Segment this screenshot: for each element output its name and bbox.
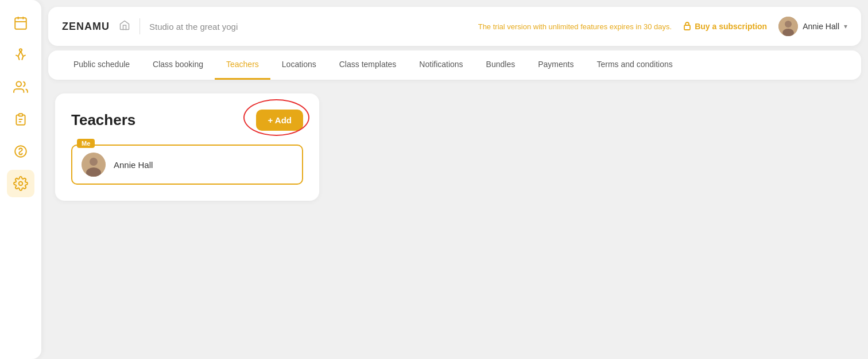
svg-point-16: [90, 158, 98, 166]
svg-rect-11: [684, 25, 690, 30]
teachers-title: Teachers: [71, 111, 135, 129]
user-profile[interactable]: Annie Hall ▾: [778, 17, 847, 36]
add-button-wrapper: + Add: [256, 110, 303, 131]
teacher-avatar: [82, 153, 106, 177]
chevron-down-icon: ▾: [844, 22, 847, 30]
svg-rect-6: [19, 114, 23, 116]
nav-tabs: Public schedule Class booking Teachers L…: [62, 50, 847, 80]
lock-icon: [683, 21, 691, 32]
svg-point-5: [16, 81, 21, 87]
sidebar: [0, 0, 41, 359]
tab-terms[interactable]: Terms and conditions: [585, 50, 684, 80]
sidebar-item-users[interactable]: [7, 73, 34, 101]
buy-subscription-link[interactable]: Buy a subscription: [683, 21, 767, 32]
teacher-name: Annie Hall: [114, 160, 153, 170]
studio-name: Studio at the great yogi: [149, 22, 238, 32]
svg-point-13: [785, 21, 792, 28]
sidebar-item-clipboard[interactable]: [7, 106, 34, 133]
teachers-card: Teachers + Add Me Annie Hall: [55, 93, 319, 201]
me-badge: Me: [77, 139, 95, 148]
topbar-divider: [140, 18, 140, 34]
home-icon[interactable]: [119, 19, 130, 34]
logo: ZENAMU: [62, 21, 110, 33]
svg-point-4: [20, 49, 22, 51]
nav-tabs-wrapper: Public schedule Class booking Teachers L…: [48, 50, 861, 80]
sidebar-item-settings[interactable]: [7, 170, 34, 197]
tab-payments[interactable]: Payments: [526, 50, 585, 80]
trial-text: The trial version with unlimited feature…: [478, 22, 672, 31]
topbar: ZENAMU Studio at the great yogi The tria…: [48, 7, 861, 46]
topbar-right: The trial version with unlimited feature…: [478, 17, 847, 36]
sidebar-item-calendar[interactable]: [7, 9, 34, 37]
svg-point-10: [19, 182, 23, 186]
teacher-row[interactable]: Me Annie Hall: [71, 145, 303, 185]
add-teacher-button[interactable]: + Add: [256, 110, 303, 131]
tab-class-templates[interactable]: Class templates: [328, 50, 408, 80]
content-area: Teachers + Add Me Annie Hall: [41, 80, 868, 359]
sidebar-item-yoga[interactable]: [7, 41, 34, 69]
buy-subscription-label: Buy a subscription: [695, 22, 767, 31]
main-area: ZENAMU Studio at the great yogi The tria…: [41, 0, 868, 359]
tab-public-schedule[interactable]: Public schedule: [62, 50, 141, 80]
teachers-header: Teachers + Add: [71, 110, 303, 131]
tab-class-booking[interactable]: Class booking: [141, 50, 215, 80]
avatar: [778, 17, 798, 36]
tab-notifications[interactable]: Notifications: [408, 50, 474, 80]
user-name: Annie Hall: [803, 22, 839, 31]
svg-rect-0: [15, 18, 26, 29]
sidebar-item-billing[interactable]: [7, 138, 34, 165]
tab-locations[interactable]: Locations: [270, 50, 328, 80]
tab-teachers[interactable]: Teachers: [215, 50, 270, 80]
tab-bundles[interactable]: Bundles: [475, 50, 527, 80]
topbar-left: ZENAMU Studio at the great yogi: [62, 18, 238, 34]
